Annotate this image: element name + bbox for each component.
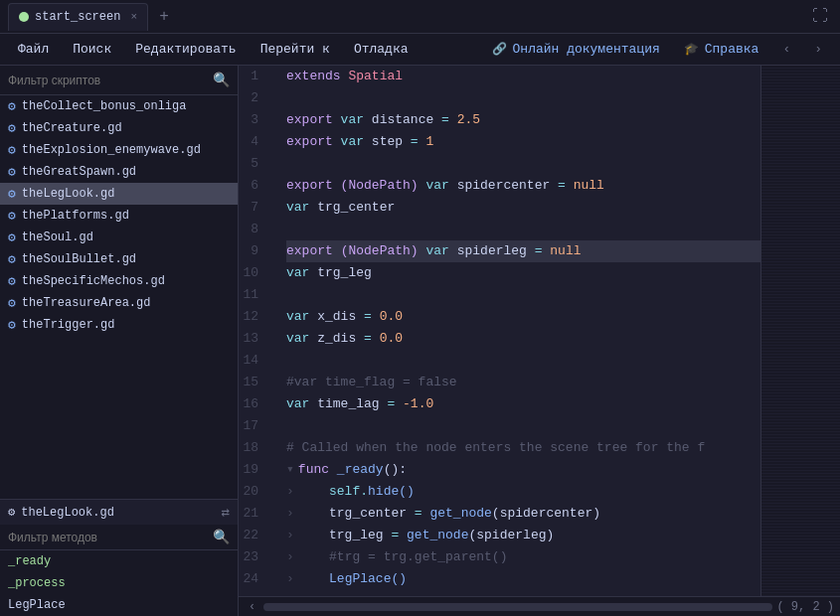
code-token: var: [341, 131, 372, 153]
code-token: 1: [425, 131, 433, 153]
method-item[interactable]: _process: [0, 572, 238, 594]
editor-tab[interactable]: start_screen ×: [8, 3, 148, 31]
indent-arrow-icon: ›: [286, 503, 294, 525]
script-name: theTreasureArea.gd: [22, 296, 151, 310]
code-token: export: [286, 175, 341, 197]
scroll-track[interactable]: [263, 603, 772, 611]
script-item[interactable]: ⚙theTrigger.gd: [0, 314, 238, 336]
fullscreen-icon[interactable]: ⛶: [808, 5, 832, 28]
gear-icon: ⚙: [8, 317, 16, 333]
code-token: func: [298, 459, 337, 481]
code-token: trg_center: [317, 197, 395, 219]
line-number: 16: [239, 393, 270, 415]
line-number: 7: [239, 197, 270, 219]
gear-icon: ⚙: [8, 295, 16, 311]
code-token: hide(): [368, 481, 415, 503]
menu-file[interactable]: Файл: [8, 38, 59, 61]
script-item[interactable]: ⚙theCollect_bonus_onliga: [0, 95, 238, 117]
code-line: [286, 350, 760, 372]
gear-icon: ⚙: [8, 98, 16, 114]
script-search-icon[interactable]: 🔍: [213, 72, 230, 88]
tab-dot: [19, 12, 29, 22]
code-token: =: [384, 525, 407, 546]
code-token: get_node: [429, 503, 491, 525]
code-line: var trg_center: [286, 197, 760, 219]
collapse-icon[interactable]: ▾: [286, 459, 294, 481]
add-tab-button[interactable]: +: [152, 5, 176, 29]
scroll-left-button[interactable]: ‹: [245, 600, 259, 614]
script-item[interactable]: ⚙thePlatforms.gd: [0, 205, 238, 227]
nav-left-button[interactable]: ‹: [772, 38, 800, 61]
code-token: step: [372, 131, 403, 153]
swap-icon[interactable]: ⇄: [222, 504, 230, 521]
script-name: theLegLook.gd: [22, 187, 115, 201]
close-tab-button[interactable]: ×: [130, 11, 137, 23]
current-file-gear-icon: ⚙: [8, 505, 15, 520]
code-line: # Called when the node enters the scene …: [286, 437, 760, 459]
code-line: extends Spatial: [286, 66, 760, 87]
title-actions: ⛶: [808, 5, 832, 28]
code-token: distance: [372, 109, 433, 131]
indent-arrow-icon: ›: [286, 525, 294, 546]
code-token: trg_leg: [317, 262, 372, 284]
code-token: z_dis: [317, 328, 356, 350]
script-filter-input[interactable]: [8, 74, 209, 87]
code-container[interactable]: 123456789101112131415161718192021222324 …: [239, 66, 840, 596]
code-token: spiderleg: [457, 240, 527, 262]
script-name: theSoulBullet.gd: [22, 252, 136, 266]
code-token: var: [286, 197, 317, 219]
code-token: =: [380, 393, 403, 415]
code-line: #var time_flag = false: [286, 372, 760, 393]
line-numbers: 123456789101112131415161718192021222324: [239, 66, 282, 596]
minimap-content: [761, 66, 840, 596]
code-token: LegPlace(): [329, 568, 407, 590]
code-token: =: [356, 306, 379, 328]
code-token: export: [286, 109, 341, 131]
method-item[interactable]: _ready: [0, 550, 238, 572]
current-file-bar: ⚙ theLegLook.gd ⇄: [0, 500, 238, 525]
code-token: (spiderleg): [468, 525, 554, 546]
code-token: =: [356, 328, 379, 350]
script-item[interactable]: ⚙theExplosion_enemywave.gd: [0, 139, 238, 161]
code-token: var: [286, 393, 317, 415]
line-number: 19: [239, 459, 270, 481]
menu-search[interactable]: Поиск: [63, 38, 121, 61]
bottom-scroll-bar[interactable]: ‹ ( 9, 2 ): [239, 596, 840, 616]
code-line: ▾func _ready():: [286, 459, 760, 481]
script-item[interactable]: ⚙theTreasureArea.gd: [0, 292, 238, 314]
link-icon: 🔗: [492, 42, 507, 57]
menu-edit[interactable]: Редактировать: [125, 38, 246, 61]
code-token: Spatial: [348, 66, 403, 87]
help-link[interactable]: 🎓 Справка: [674, 38, 769, 61]
code-line: var z_dis = 0.0: [286, 328, 760, 350]
code-token: e: [286, 240, 294, 262]
online-docs-link[interactable]: 🔗 Онлайн документация: [482, 38, 670, 61]
current-file-name: theLegLook.gd: [21, 506, 114, 520]
menu-goto[interactable]: Перейти к: [251, 38, 340, 61]
method-item[interactable]: LegPlace: [0, 594, 238, 616]
line-number: 23: [239, 546, 270, 568]
method-filter-input[interactable]: [8, 531, 209, 544]
script-item[interactable]: ⚙theSpecificMechos.gd: [0, 270, 238, 292]
method-filter-bar: 🔍: [0, 525, 238, 550]
code-token: _ready: [337, 459, 384, 481]
script-item[interactable]: ⚙theGreatSpawn.gd: [0, 161, 238, 183]
script-item[interactable]: ⚙theCreature.gd: [0, 117, 238, 139]
script-item[interactable]: ⚙theLegLook.gd: [0, 183, 238, 205]
menu-debug[interactable]: Отладка: [344, 38, 419, 61]
line-number: 6: [239, 175, 270, 197]
code-token: 0.0: [380, 306, 403, 328]
method-search-icon[interactable]: 🔍: [213, 529, 230, 545]
code-line: [286, 284, 760, 306]
code-token: var: [286, 306, 317, 328]
line-number: 8: [239, 219, 270, 240]
code-token: =: [403, 131, 425, 153]
script-item[interactable]: ⚙theSoul.gd: [0, 227, 238, 248]
code-token: var: [286, 328, 317, 350]
nav-right-button[interactable]: ›: [804, 38, 832, 61]
code-line: › trg_leg = get_node(spiderleg): [286, 525, 760, 546]
line-number: 12: [239, 306, 270, 328]
script-item[interactable]: ⚙theSoulBullet.gd: [0, 248, 238, 270]
code-token: [298, 568, 329, 590]
code-line: [286, 415, 760, 437]
